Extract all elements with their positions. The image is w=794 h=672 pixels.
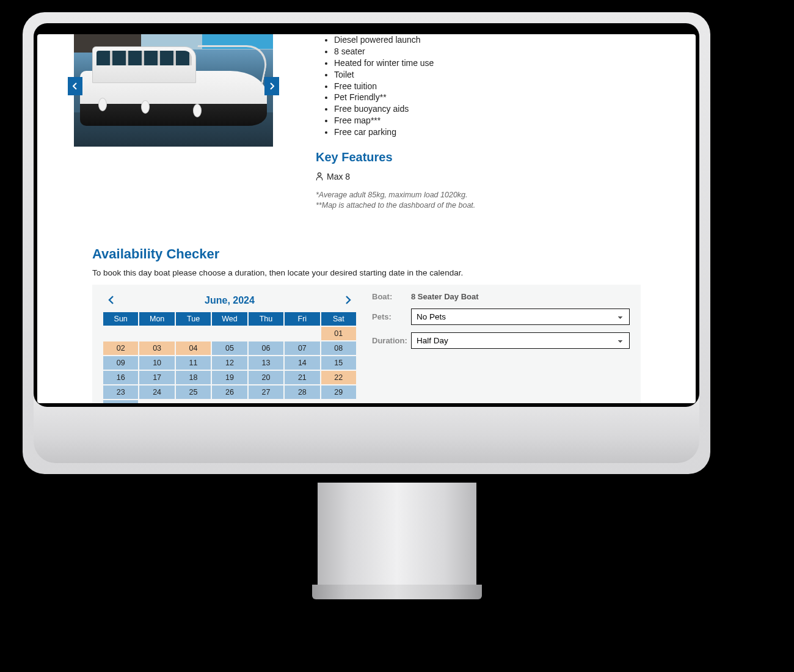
footnotes: *Average adult 85kg, maximum load 1020kg… — [316, 190, 641, 211]
calendar-empty-cell — [103, 327, 138, 340]
feature-item: Pet Friendly** — [334, 92, 641, 103]
calendar-dow-header: Tue — [176, 312, 211, 326]
calendar-day[interactable]: 05 — [212, 341, 247, 355]
boat-gallery — [74, 34, 273, 211]
calendar-day[interactable]: 27 — [249, 385, 283, 399]
calendar-day[interactable]: 30 — [103, 400, 138, 403]
calendar-day[interactable]: 18 — [176, 371, 211, 384]
feature-item: Toilet — [334, 69, 641, 81]
feature-item: Diesel powered launch — [334, 34, 641, 46]
footnote-line: **Map is attached to the dashboard of th… — [316, 200, 641, 211]
calendar-empty-cell — [176, 400, 211, 403]
calendar-day[interactable]: 15 — [321, 356, 356, 370]
svg-point-0 — [318, 173, 321, 176]
calendar-day[interactable]: 10 — [139, 356, 174, 370]
calendar-day[interactable]: 21 — [285, 371, 319, 384]
monitor-foot — [312, 585, 482, 599]
chevron-left-icon — [73, 82, 78, 90]
chevron-left-icon — [108, 296, 114, 304]
availability-panel: June, 2024 SunMonTueWedThuFriSat 0102030… — [92, 285, 641, 403]
calendar-day[interactable]: 14 — [285, 356, 319, 370]
duration-select[interactable]: Half Day — [411, 332, 630, 349]
calendar-body: 0102030405060708091011121314151617181920… — [103, 327, 356, 403]
feature-item: Free tuition — [334, 81, 641, 92]
duration-field-label: Duration: — [372, 336, 411, 345]
features-list: Diesel powered launch8 seaterHeated for … — [316, 34, 641, 138]
calendar-empty-cell — [249, 327, 283, 340]
feature-item: 8 seater — [334, 46, 641, 57]
feature-item: Heated for winter time use — [334, 57, 641, 69]
calendar-day[interactable]: 06 — [249, 341, 283, 355]
calendar-empty-cell — [249, 400, 283, 403]
max-capacity: Max 8 — [316, 172, 641, 181]
calendar-dow-header: Sun — [103, 312, 138, 326]
booking-instructions: To book this day boat please choose a du… — [92, 268, 641, 277]
screen-content: Diesel powered launch8 seaterHeated for … — [37, 34, 696, 403]
calendar-day[interactable]: 19 — [212, 371, 247, 384]
calendar-prev-month[interactable] — [104, 293, 118, 309]
calendar-day[interactable]: 11 — [176, 356, 211, 370]
monitor-stand — [318, 483, 476, 586]
calendar-day[interactable]: 24 — [139, 385, 174, 399]
calendar-day[interactable]: 07 — [285, 341, 319, 355]
calendar-empty-cell — [212, 327, 247, 340]
calendar-day[interactable]: 28 — [285, 385, 319, 399]
boat-field-value: 8 Seater Day Boat — [411, 292, 479, 301]
calendar-empty-cell — [212, 400, 247, 403]
calendar-day: 03 — [139, 341, 174, 355]
feature-item: Free map*** — [334, 115, 641, 126]
chevron-right-icon — [345, 296, 351, 304]
calendar-day: 02 — [103, 341, 138, 355]
calendar-month-title: June, 2024 — [205, 295, 255, 306]
calendar-day[interactable]: 09 — [103, 356, 138, 370]
feature-item: Free buoyancy aids — [334, 103, 641, 115]
feature-item: Free car parking — [334, 126, 641, 138]
calendar-empty-cell — [176, 327, 211, 340]
calendar-day[interactable]: 16 — [103, 371, 138, 384]
boat-photo — [74, 34, 273, 147]
calendar-day[interactable]: 23 — [103, 385, 138, 399]
max-capacity-label: Max 8 — [327, 172, 350, 181]
calendar-empty-cell — [321, 400, 356, 403]
calendar-day: 04 — [176, 341, 211, 355]
person-icon — [316, 172, 323, 181]
footnote-line: *Average adult 85kg, maximum load 1020kg… — [316, 190, 641, 200]
gallery-next-button[interactable] — [264, 77, 279, 95]
pets-select[interactable]: No Pets — [411, 309, 630, 325]
calendar-empty-cell — [139, 400, 174, 403]
calendar-day[interactable]: 08 — [321, 341, 356, 355]
calendar-day[interactable]: 25 — [176, 385, 211, 399]
calendar-day[interactable]: 20 — [249, 371, 283, 384]
calendar-day[interactable]: 26 — [212, 385, 247, 399]
calendar-dow-header: Fri — [285, 312, 319, 326]
calendar-dow-header: Wed — [212, 312, 247, 326]
calendar-dow-header: Mon — [139, 312, 174, 326]
calendar-day[interactable]: 13 — [249, 356, 283, 370]
chevron-right-icon — [269, 82, 274, 90]
calendar-dow-header: Sat — [321, 312, 356, 326]
calendar-next-month[interactable] — [341, 293, 355, 309]
calendar-header-row: SunMonTueWedThuFriSat — [103, 312, 356, 326]
calendar-day: 01 — [321, 327, 356, 340]
calendar-empty-cell — [285, 327, 319, 340]
pets-field-label: Pets: — [372, 312, 411, 321]
key-features-heading: Key Features — [316, 150, 641, 164]
calendar-empty-cell — [285, 400, 319, 403]
calendar-day: 22 — [321, 371, 356, 384]
calendar-dow-header: Thu — [249, 312, 283, 326]
calendar-day[interactable]: 29 — [321, 385, 356, 399]
calendar-day[interactable]: 17 — [139, 371, 174, 384]
gallery-prev-button[interactable] — [68, 77, 82, 95]
availability-heading: Availability Checker — [92, 246, 641, 262]
calendar-empty-cell — [139, 327, 174, 340]
calendar-day[interactable]: 12 — [212, 356, 247, 370]
boat-field-label: Boat: — [372, 292, 411, 301]
